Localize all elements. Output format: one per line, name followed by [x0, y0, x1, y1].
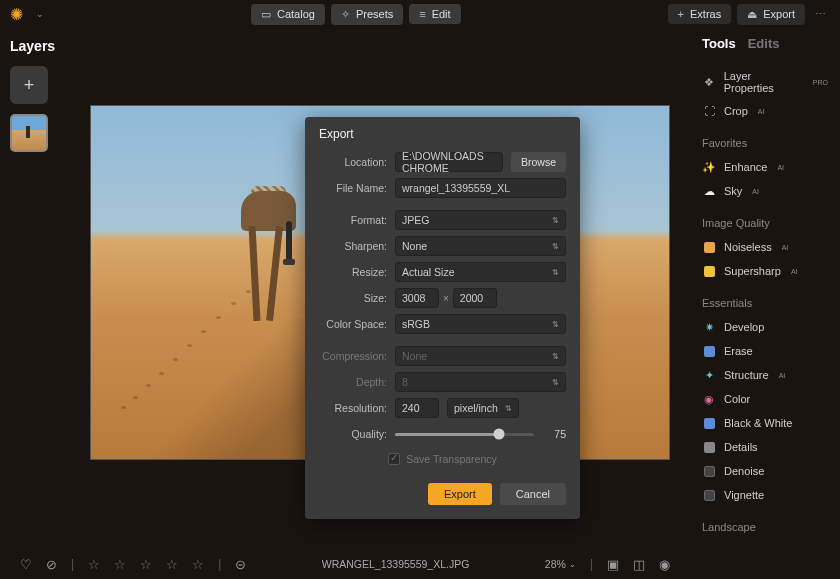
catalog-button[interactable]: ▭ Catalog — [251, 4, 325, 25]
filename-display: WRANGEL_13395559_XL.JPG — [322, 558, 470, 570]
location-label: Location: — [319, 156, 387, 168]
tab-edits[interactable]: Edits — [748, 36, 780, 51]
star-icon[interactable]: ☆ — [192, 557, 204, 572]
catalog-label: Catalog — [277, 8, 315, 20]
format-label: Format: — [319, 214, 387, 226]
tool-denoise[interactable]: Denoise — [702, 459, 828, 483]
more-icon[interactable]: ⋯ — [811, 8, 830, 21]
upload-icon: ⏏ — [747, 8, 757, 21]
star-icon[interactable]: ☆ — [166, 557, 178, 572]
chevron-down-icon: ⌄ — [569, 560, 576, 569]
zoom-display[interactable]: 28% ⌄ — [545, 558, 576, 570]
left-panel: Layers + — [0, 28, 90, 162]
browse-button[interactable]: Browse — [511, 152, 566, 172]
chevron-updown-icon: ⇅ — [552, 216, 559, 225]
tool-structure[interactable]: ✦ Structure AI — [702, 363, 828, 387]
crop-icon: ⛶ — [702, 104, 716, 118]
resize-select[interactable]: Actual Size ⇅ — [395, 262, 566, 282]
folder-icon: ▭ — [261, 8, 271, 21]
bw-icon — [702, 416, 716, 430]
color-tag-icon[interactable]: ⊝ — [235, 557, 246, 572]
location-input[interactable]: E:\DOWNLOADS CHROME — [395, 152, 503, 172]
save-transparency-checkbox — [388, 453, 400, 465]
star-icon[interactable]: ☆ — [88, 557, 100, 572]
sharpen-label: Sharpen: — [319, 240, 387, 252]
colorspace-label: Color Space: — [319, 318, 387, 330]
compression-label: Compression: — [319, 350, 387, 362]
add-layer-button[interactable]: + — [10, 66, 48, 104]
noiseless-icon — [702, 240, 716, 254]
tool-bw[interactable]: Black & White — [702, 411, 828, 435]
app-logo-icon[interactable]: ✺ — [10, 5, 28, 23]
export-dialog: Export Location: E:\DOWNLOADS CHROME Bro… — [305, 117, 580, 519]
colorspace-select[interactable]: sRGB ⇅ — [395, 314, 566, 334]
layers-title: Layers — [10, 38, 80, 54]
supersharp-icon — [702, 264, 716, 278]
chevron-updown-icon: ⇅ — [552, 320, 559, 329]
tab-tools[interactable]: Tools — [702, 36, 736, 51]
size-label: Size: — [319, 292, 387, 304]
layer-thumb[interactable] — [10, 114, 48, 152]
tool-develop[interactable]: ✷ Develop — [702, 315, 828, 339]
cloud-icon: ☁ — [702, 184, 716, 198]
depth-label: Depth: — [319, 376, 387, 388]
vignette-icon — [702, 488, 716, 502]
app-menu-caret-icon[interactable]: ⌄ — [36, 9, 44, 19]
sharpen-select[interactable]: None ⇅ — [395, 236, 566, 256]
tool-crop[interactable]: ⛶ Crop AI — [702, 99, 828, 123]
dialog-title: Export — [305, 117, 580, 149]
denoise-icon — [702, 464, 716, 478]
sliders-icon: ≡ — [419, 8, 425, 20]
star-icon[interactable]: ☆ — [114, 557, 126, 572]
tool-erase[interactable]: Erase — [702, 339, 828, 363]
export-top-button[interactable]: ⏏ Export — [737, 4, 805, 25]
tool-enhance[interactable]: ✨ Enhance AI — [702, 155, 828, 179]
right-panel: Tools Edits ❖ Layer Properties PRO ⛶ Cro… — [690, 28, 840, 568]
tool-noiseless[interactable]: Noiseless AI — [702, 235, 828, 259]
sparkle-icon: ✨ — [702, 160, 716, 174]
tool-vignette[interactable]: Vignette — [702, 483, 828, 507]
edit-label: Edit — [432, 8, 451, 20]
sparkle-icon: ✧ — [341, 8, 350, 21]
quality-label: Quality: — [319, 428, 387, 440]
filename-label: File Name: — [319, 182, 387, 194]
depth-select: 8 ⇅ — [395, 372, 566, 392]
heart-icon[interactable]: ♡ — [20, 557, 32, 572]
width-input[interactable]: 3008 — [395, 288, 439, 308]
section-image-quality: Image Quality — [702, 217, 828, 229]
presets-button[interactable]: ✧ Presets — [331, 4, 403, 25]
section-landscape: Landscape — [702, 521, 828, 533]
star-icon[interactable]: ☆ — [140, 557, 152, 572]
topbar: ✺ ⌄ ▭ Catalog ✧ Presets ≡ Edit + Extras … — [0, 0, 840, 28]
presets-label: Presets — [356, 8, 393, 20]
reject-icon[interactable]: ⊘ — [46, 557, 57, 572]
compare-icon[interactable]: ▣ — [607, 557, 619, 572]
tool-color[interactable]: ◉ Color — [702, 387, 828, 411]
extras-button[interactable]: + Extras — [668, 4, 732, 24]
compression-select: None ⇅ — [395, 346, 566, 366]
tool-layer-properties[interactable]: ❖ Layer Properties PRO — [702, 65, 828, 99]
tool-details[interactable]: Details — [702, 435, 828, 459]
preview-icon[interactable]: ◉ — [659, 557, 670, 572]
plus-icon: + — [678, 8, 684, 20]
cancel-button[interactable]: Cancel — [500, 483, 566, 505]
height-input[interactable]: 2000 — [453, 288, 497, 308]
color-icon: ◉ — [702, 392, 716, 406]
chevron-updown-icon: ⇅ — [552, 378, 559, 387]
tool-sky[interactable]: ☁ Sky AI — [702, 179, 828, 203]
format-select[interactable]: JPEG ⇅ — [395, 210, 566, 230]
filename-input[interactable]: wrangel_13395559_XL — [395, 178, 566, 198]
chevron-updown-icon: ⇅ — [552, 242, 559, 251]
split-icon[interactable]: ◫ — [633, 557, 645, 572]
layers-icon: ❖ — [702, 75, 716, 89]
export-confirm-button[interactable]: Export — [428, 483, 492, 505]
quality-slider[interactable] — [395, 424, 534, 444]
develop-icon: ✷ — [702, 320, 716, 334]
resolution-unit-select[interactable]: pixel/inch ⇅ — [447, 398, 519, 418]
extras-label: Extras — [690, 8, 721, 20]
tool-supersharp[interactable]: Supersharp AI — [702, 259, 828, 283]
structure-icon: ✦ — [702, 368, 716, 382]
edit-button[interactable]: ≡ Edit — [409, 4, 460, 24]
plus-icon: + — [24, 75, 35, 96]
resolution-input[interactable]: 240 — [395, 398, 439, 418]
